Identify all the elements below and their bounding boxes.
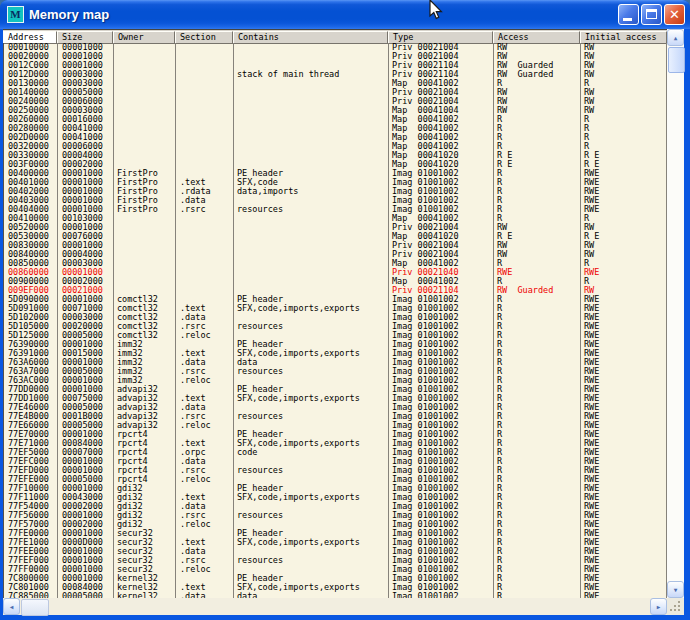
app-icon: M <box>7 6 24 23</box>
cell-contains: SFX,code,imports,exports <box>237 304 360 313</box>
scroll-right-button[interactable]: ▶ <box>650 598 667 615</box>
cell-contains: resources <box>237 205 283 214</box>
column-divider <box>3 43 4 598</box>
close-icon: ✕ <box>665 5 684 24</box>
horizontal-scrollbar[interactable]: ◀ ▶ <box>3 598 667 615</box>
window-title: Memory map <box>29 6 109 23</box>
cell-contains: SFX,code,imports,exports <box>237 394 360 403</box>
right-arrow-icon: ▶ <box>657 604 661 610</box>
scroll-left-button[interactable]: ◀ <box>3 598 20 615</box>
maximize-button[interactable] <box>641 4 662 25</box>
up-arrow-icon: ▲ <box>674 35 678 41</box>
scroll-up-button[interactable]: ▲ <box>667 29 684 46</box>
minimize-button[interactable] <box>618 4 639 25</box>
cell-contains: resources <box>237 322 283 331</box>
column-divider <box>233 43 234 598</box>
cell-contains: resources <box>237 511 283 520</box>
cell-contains: resources <box>237 556 283 565</box>
horizontal-scroll-thumb[interactable] <box>21 599 49 616</box>
maximize-icon <box>646 9 657 19</box>
cell-contains: resources <box>237 367 283 376</box>
column-divider <box>493 43 494 598</box>
resize-grip[interactable] <box>667 598 684 615</box>
cell-section: .reloc <box>180 520 211 529</box>
cell-contains: SFX,code,imports,exports <box>237 493 360 502</box>
memory-map-content: Address Size Owner Section Contains Type… <box>3 29 684 615</box>
cell-section: .rsrc <box>180 205 206 214</box>
mouse-cursor <box>429 0 445 22</box>
cell-section: .reloc <box>180 376 211 385</box>
cell-section: .reloc <box>180 421 211 430</box>
vertical-scrollbar[interactable]: ▲ ▼ <box>667 29 684 598</box>
scroll-down-button[interactable]: ▼ <box>667 581 684 598</box>
cell-contains: resources <box>237 412 283 421</box>
cell-section: .reloc <box>180 565 211 574</box>
column-divider <box>388 43 389 598</box>
table-header: Address Size Owner Section Contains Type… <box>3 29 667 43</box>
cell-contains: stack of main thread <box>237 70 339 79</box>
minimize-icon <box>623 18 632 21</box>
cell-section: .reloc <box>180 475 211 484</box>
column-divider <box>113 43 114 598</box>
cell-access: RW Guarded <box>497 70 553 79</box>
cell-contains: code <box>237 448 257 457</box>
cell-contains: resources <box>237 466 283 475</box>
memory-table-body: 0001000000001000Priv 00021004RWRW0002000… <box>3 43 667 598</box>
down-arrow-icon: ▼ <box>674 587 678 593</box>
column-divider <box>580 43 581 598</box>
left-arrow-icon: ◀ <box>10 604 14 610</box>
column-divider <box>175 43 176 598</box>
cell-access: RW Guarded <box>497 286 553 295</box>
window-controls: ✕ <box>618 4 685 25</box>
column-divider <box>57 43 58 598</box>
cell-contains: SFX,code,imports,exports <box>237 538 360 547</box>
memory-map-window: M Memory map ✕ Address Size Owner Sectio… <box>0 0 690 620</box>
cell-contains: data,imports <box>237 187 298 196</box>
close-button[interactable]: ✕ <box>664 4 685 25</box>
cell-section: .reloc <box>180 331 211 340</box>
title-bar[interactable]: M Memory map ✕ <box>0 0 690 29</box>
vertical-scroll-thumb[interactable] <box>668 47 685 73</box>
cell-owner: FirstPro <box>117 205 158 214</box>
